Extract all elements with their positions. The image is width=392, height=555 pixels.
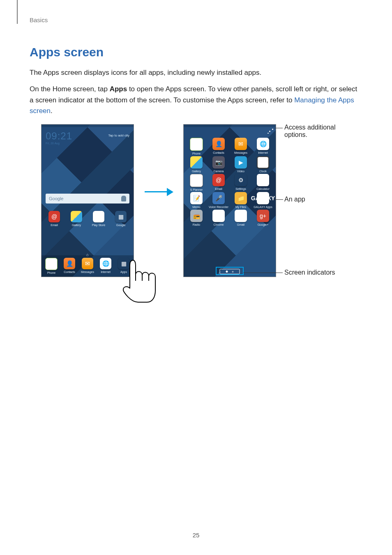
dock-phone[interactable]: ✆Phone — [43, 258, 60, 275]
dock-internet[interactable]: 🌐Internet — [97, 258, 114, 275]
galaxy-apps-icon: GALAXY — [257, 192, 269, 204]
app-video[interactable]: ▶Video — [230, 156, 252, 173]
callout-line — [243, 273, 283, 273]
email-icon: @ — [212, 174, 225, 186]
callout-line — [274, 128, 283, 128]
settings-icon: ⚙ — [235, 174, 247, 186]
messages-icon: ✉ — [235, 138, 247, 150]
app-phone[interactable]: ✆Phone — [185, 138, 208, 155]
phone-icon: ✆ — [45, 258, 58, 270]
more-options-icon[interactable] — [267, 129, 273, 134]
page-title: Apps screen — [30, 45, 362, 59]
dock-messages[interactable]: ✉Messages — [79, 258, 96, 275]
home-screen: 09:21 Fri, 26 Aug Tap to add city Google… — [41, 124, 134, 277]
app-galaxy-apps[interactable]: GALAXYGALAXY Apps — [252, 192, 274, 209]
app-s-planner[interactable]: 31S Planner — [185, 174, 208, 192]
p2-post: . — [51, 107, 53, 115]
app-voice-recorder[interactable]: 🎤Voice Recorder — [208, 192, 230, 209]
calculator-icon: +−×÷ — [257, 174, 269, 186]
indicator-dot — [232, 271, 234, 273]
phone-icon: ✆ — [190, 138, 203, 151]
transition-arrow — [145, 188, 173, 196]
callout-options: Access additional options. — [284, 124, 358, 139]
gmail-icon: Ⓜ — [235, 210, 247, 222]
p2-bold: Apps — [110, 85, 127, 93]
memo-icon: 📝 — [190, 192, 203, 204]
chrome-icon: ◉ — [212, 210, 225, 222]
clock-widget: 09:21 Fri, 26 Aug Tap to add city — [42, 127, 134, 157]
gallery-icon — [190, 156, 203, 169]
voice-recorder-icon: 🎤 — [212, 192, 225, 204]
home-dock: ✆Phone 👤Contacts ✉Messages 🌐Internet ▦Ap… — [42, 255, 134, 277]
app-gmail[interactable]: ⓂGmail — [230, 210, 252, 227]
app-camera[interactable]: 📷Camera — [208, 156, 230, 173]
gallery-icon — [71, 211, 82, 222]
dock-contacts[interactable]: 👤Contacts — [61, 258, 78, 275]
app-settings[interactable]: ⚙Settings — [230, 174, 252, 192]
mic-icon — [121, 196, 126, 201]
app-radio[interactable]: 📻Radio — [185, 210, 208, 227]
app-messages[interactable]: ✉Messages — [230, 138, 252, 155]
google-folder-icon: ▦ — [115, 211, 127, 222]
app-internet[interactable]: 🌐Internet — [252, 138, 274, 155]
email-icon: @ — [48, 211, 60, 222]
app-google-folder[interactable]: ▦Google — [113, 211, 129, 227]
app-email[interactable]: @Email — [46, 211, 62, 227]
app-play-store[interactable]: ▶Play Store — [90, 211, 107, 227]
app-my-files[interactable]: 📁My Files — [230, 192, 252, 209]
google-label: Google — [49, 196, 63, 201]
app-clock[interactable]: ✕Clock — [252, 156, 274, 173]
clock-date: Fri, 26 Aug — [46, 142, 72, 145]
indicator-dot-active — [226, 271, 228, 273]
app-email[interactable]: @Email — [208, 174, 230, 192]
header-section-label: Basics — [30, 16, 48, 23]
internet-icon: 🌐 — [100, 258, 111, 269]
callout-indicators: Screen indicators — [284, 269, 335, 276]
files-icon: 📁 — [235, 192, 247, 204]
apps-top-bar — [184, 127, 276, 135]
paragraph-1: The Apps screen displays icons for all a… — [30, 67, 362, 78]
header-rule — [17, 0, 18, 24]
figure: 09:21 Fri, 26 Aug Tap to add city Google… — [30, 122, 358, 307]
callout-line — [274, 199, 283, 200]
contacts-icon: 👤 — [212, 138, 225, 150]
callout-an-app: An app — [284, 196, 305, 203]
google-plus-icon: g+ — [257, 210, 269, 222]
p2-pre: On the Home screen, tap — [30, 85, 110, 93]
camera-icon: 📷 — [212, 156, 225, 169]
screen-indicators[interactable] — [220, 269, 240, 274]
clock-icon: ✕ — [257, 156, 269, 169]
contacts-icon: 👤 — [64, 258, 75, 269]
internet-icon: 🌐 — [257, 138, 269, 150]
apps-screen: ✆Phone 👤Contacts ✉Messages 🌐Internet Gal… — [183, 124, 276, 277]
play-store-icon: ▶ — [93, 211, 104, 222]
clock-time: 09:21 — [46, 130, 72, 142]
google-search-bar[interactable]: Google — [46, 194, 129, 204]
calendar-icon: 31 — [190, 174, 203, 187]
app-memo[interactable]: 📝Memo — [185, 192, 208, 209]
messages-icon: ✉ — [82, 258, 93, 269]
hand-pointer-icon — [122, 259, 159, 304]
app-gallery[interactable]: Gallery — [68, 211, 85, 227]
app-chrome[interactable]: ◉Chrome — [208, 210, 230, 227]
page-number: 25 — [0, 532, 392, 539]
app-calculator[interactable]: +−×÷Calculator — [252, 174, 274, 192]
app-google-plus[interactable]: g+Google+ — [252, 210, 274, 227]
apps-grid: ✆Phone 👤Contacts ✉Messages 🌐Internet Gal… — [184, 135, 276, 226]
app-gallery[interactable]: Gallery — [185, 156, 208, 173]
video-icon: ▶ — [235, 156, 247, 169]
tap-to-add-city: Tap to add city — [108, 134, 129, 137]
paragraph-2: On the Home screen, tap Apps to open the… — [30, 84, 362, 116]
home-app-row: @Email Gallery ▶Play Store ▦Google — [42, 204, 134, 229]
app-contacts[interactable]: 👤Contacts — [208, 138, 230, 155]
radio-icon: 📻 — [190, 210, 203, 222]
